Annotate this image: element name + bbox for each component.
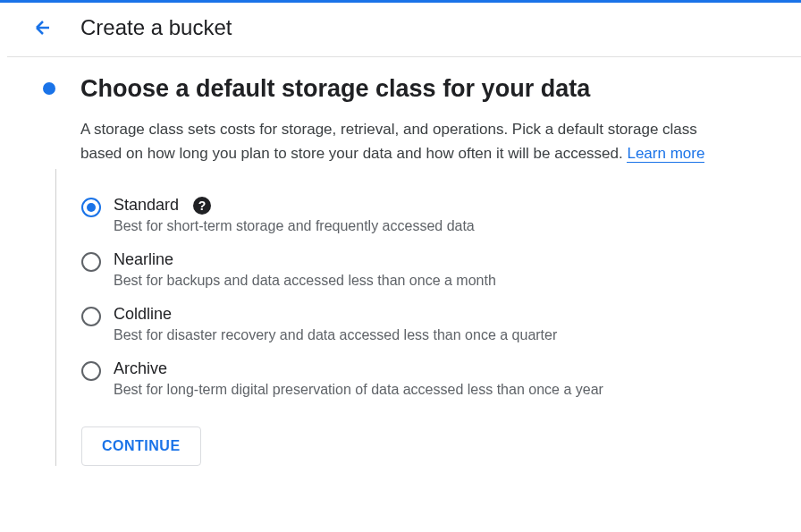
radio-label-row: Coldline (114, 305, 738, 324)
radio-icon (81, 361, 101, 381)
radio-label: Coldline (114, 305, 172, 324)
page-title: Create a bucket (80, 15, 232, 40)
radio-option-archive[interactable]: Archive Best for long-term digital prese… (81, 359, 738, 398)
radio-label: Nearline (114, 250, 173, 269)
radio-content: Archive Best for long-term digital prese… (114, 359, 738, 398)
help-icon[interactable]: ? (193, 197, 211, 215)
description-text: A storage class sets costs for storage, … (80, 121, 697, 162)
radio-label: Standard (114, 196, 179, 215)
radio-label-row: Standard ? (114, 196, 738, 215)
page-header: Create a bucket (7, 3, 801, 57)
radio-description: Best for long-term digital preservation … (114, 382, 738, 398)
radio-label-row: Archive (114, 359, 738, 378)
radio-icon (81, 307, 101, 326)
radio-option-standard[interactable]: Standard ? Best for short-term storage a… (81, 196, 738, 234)
radio-option-nearline[interactable]: Nearline Best for backups and data acces… (81, 250, 738, 289)
radio-description: Best for short-term storage and frequent… (114, 218, 738, 234)
radio-icon (81, 198, 101, 217)
section-title: Choose a default storage class for your … (80, 73, 738, 105)
radio-option-coldline[interactable]: Coldline Best for disaster recovery and … (81, 305, 738, 343)
back-arrow-icon[interactable] (32, 17, 54, 38)
radio-content: Coldline Best for disaster recovery and … (114, 305, 738, 343)
radio-description: Best for backups and data accessed less … (114, 273, 738, 289)
main-panel: Choose a default storage class for your … (80, 73, 774, 466)
radio-icon (81, 252, 101, 272)
content-area: Choose a default storage class for your … (0, 57, 801, 466)
learn-more-link[interactable]: Learn more (627, 145, 704, 163)
radio-label-row: Nearline (114, 250, 738, 269)
radio-content: Standard ? Best for short-term storage a… (114, 196, 738, 234)
step-dot-icon (43, 82, 55, 95)
radio-label: Archive (114, 359, 167, 378)
radio-description: Best for disaster recovery and data acce… (114, 327, 738, 343)
options-group: Standard ? Best for short-term storage a… (55, 169, 738, 466)
section-description: A storage class sets costs for storage, … (80, 117, 738, 165)
continue-button[interactable]: Continue (81, 426, 201, 466)
radio-content: Nearline Best for backups and data acces… (114, 250, 738, 289)
